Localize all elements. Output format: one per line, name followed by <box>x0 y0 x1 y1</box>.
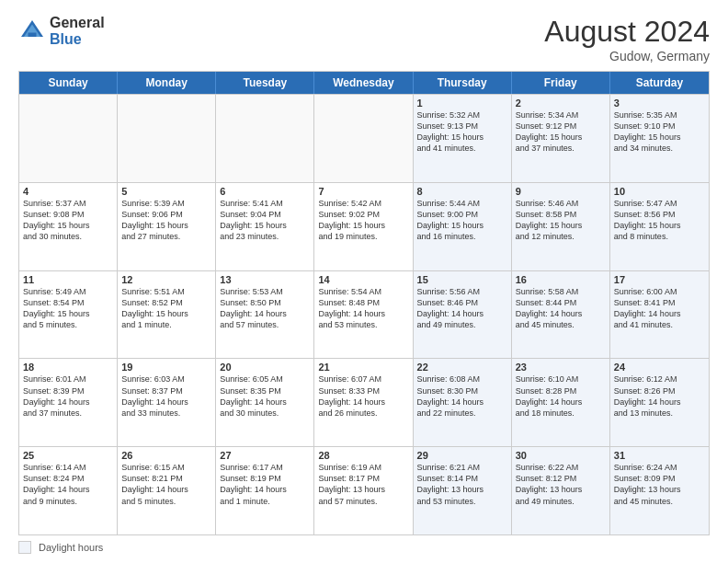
day-number: 5 <box>121 186 211 197</box>
calendar-week-4: 18Sunrise: 6:01 AM Sunset: 8:39 PM Dayli… <box>19 358 709 446</box>
day-cell-17: 17Sunrise: 6:00 AM Sunset: 8:41 PM Dayli… <box>610 271 709 359</box>
day-info: Sunrise: 6:19 AM Sunset: 8:17 PM Dayligh… <box>318 462 408 507</box>
day-number: 29 <box>417 450 507 461</box>
footer: Daylight hours <box>18 541 710 554</box>
day-number: 6 <box>220 186 310 197</box>
legend-box <box>18 541 31 554</box>
day-info: Sunrise: 5:42 AM Sunset: 9:02 PM Dayligh… <box>318 198 408 243</box>
day-header-wednesday: Wednesday <box>314 72 413 94</box>
day-header-monday: Monday <box>118 72 216 94</box>
day-number: 28 <box>318 450 408 461</box>
day-info: Sunrise: 5:54 AM Sunset: 8:48 PM Dayligh… <box>318 286 408 331</box>
day-number: 7 <box>318 186 408 197</box>
calendar-week-2: 4Sunrise: 5:37 AM Sunset: 9:08 PM Daylig… <box>19 182 709 270</box>
day-number: 26 <box>121 450 211 461</box>
page-header: General Blue August 2024 Gudow, Germany <box>18 15 710 63</box>
day-info: Sunrise: 5:32 AM Sunset: 9:13 PM Dayligh… <box>417 109 507 155</box>
day-number: 12 <box>121 274 211 285</box>
day-header-thursday: Thursday <box>414 72 512 94</box>
day-cell-8: 8Sunrise: 5:44 AM Sunset: 9:00 PM Daylig… <box>414 183 512 270</box>
day-cell-10: 10Sunrise: 5:47 AM Sunset: 8:56 PM Dayli… <box>610 183 709 270</box>
day-number: 1 <box>417 98 507 109</box>
calendar-body: 1Sunrise: 5:32 AM Sunset: 9:13 PM Daylig… <box>19 94 709 534</box>
day-info: Sunrise: 6:22 AM Sunset: 8:12 PM Dayligh… <box>516 462 606 507</box>
day-info: Sunrise: 6:00 AM Sunset: 8:41 PM Dayligh… <box>614 286 705 331</box>
day-info: Sunrise: 6:17 AM Sunset: 8:19 PM Dayligh… <box>220 462 310 507</box>
day-info: Sunrise: 5:46 AM Sunset: 8:58 PM Dayligh… <box>516 198 606 243</box>
calendar-header: SundayMondayTuesdayWednesdayThursdayFrid… <box>19 72 709 94</box>
day-header-sunday: Sunday <box>19 72 118 94</box>
day-number: 15 <box>417 274 507 285</box>
day-number: 23 <box>516 362 606 373</box>
day-cell-26: 26Sunrise: 6:15 AM Sunset: 8:21 PM Dayli… <box>118 447 216 534</box>
day-info: Sunrise: 5:51 AM Sunset: 8:52 PM Dayligh… <box>121 286 211 331</box>
svg-rect-2 <box>28 32 37 37</box>
title-section: August 2024 Gudow, Germany <box>544 15 710 63</box>
day-info: Sunrise: 5:56 AM Sunset: 8:46 PM Dayligh… <box>417 286 507 331</box>
day-info: Sunrise: 5:37 AM Sunset: 9:08 PM Dayligh… <box>23 198 113 243</box>
day-cell-30: 30Sunrise: 6:22 AM Sunset: 8:12 PM Dayli… <box>512 447 610 534</box>
day-number: 11 <box>23 274 113 285</box>
logo: General Blue <box>18 15 105 47</box>
day-cell-empty <box>118 95 216 182</box>
day-info: Sunrise: 6:07 AM Sunset: 8:33 PM Dayligh… <box>318 373 408 419</box>
calendar: SundayMondayTuesdayWednesdayThursdayFrid… <box>18 71 710 535</box>
day-cell-7: 7Sunrise: 5:42 AM Sunset: 9:02 PM Daylig… <box>314 183 413 270</box>
day-header-tuesday: Tuesday <box>216 72 314 94</box>
day-cell-2: 2Sunrise: 5:34 AM Sunset: 9:12 PM Daylig… <box>512 95 610 182</box>
day-number: 25 <box>23 450 113 461</box>
day-number: 20 <box>220 362 310 373</box>
day-cell-12: 12Sunrise: 5:51 AM Sunset: 8:52 PM Dayli… <box>118 271 216 359</box>
day-info: Sunrise: 5:58 AM Sunset: 8:44 PM Dayligh… <box>516 286 606 331</box>
day-info: Sunrise: 6:03 AM Sunset: 8:37 PM Dayligh… <box>121 373 211 419</box>
day-number: 9 <box>516 186 606 197</box>
day-number: 30 <box>516 450 606 461</box>
day-info: Sunrise: 5:53 AM Sunset: 8:50 PM Dayligh… <box>220 286 310 331</box>
day-info: Sunrise: 5:44 AM Sunset: 9:00 PM Dayligh… <box>417 198 507 243</box>
day-cell-29: 29Sunrise: 6:21 AM Sunset: 8:14 PM Dayli… <box>414 447 512 534</box>
day-info: Sunrise: 6:05 AM Sunset: 8:35 PM Dayligh… <box>220 373 310 419</box>
day-number: 22 <box>417 362 507 373</box>
day-number: 10 <box>614 186 705 197</box>
day-number: 31 <box>614 450 705 461</box>
day-cell-3: 3Sunrise: 5:35 AM Sunset: 9:10 PM Daylig… <box>610 95 709 182</box>
day-cell-9: 9Sunrise: 5:46 AM Sunset: 8:58 PM Daylig… <box>512 183 610 270</box>
day-info: Sunrise: 5:34 AM Sunset: 9:12 PM Dayligh… <box>516 109 606 155</box>
month-title: August 2024 <box>544 15 710 49</box>
day-cell-13: 13Sunrise: 5:53 AM Sunset: 8:50 PM Dayli… <box>216 271 314 359</box>
day-number: 16 <box>516 274 606 285</box>
day-cell-22: 22Sunrise: 6:08 AM Sunset: 8:30 PM Dayli… <box>414 359 512 446</box>
day-info: Sunrise: 6:08 AM Sunset: 8:30 PM Dayligh… <box>417 373 507 419</box>
day-cell-31: 31Sunrise: 6:24 AM Sunset: 8:09 PM Dayli… <box>610 447 709 534</box>
day-cell-5: 5Sunrise: 5:39 AM Sunset: 9:06 PM Daylig… <box>118 183 216 270</box>
day-info: Sunrise: 5:39 AM Sunset: 9:06 PM Dayligh… <box>121 198 211 243</box>
day-header-saturday: Saturday <box>610 72 709 94</box>
day-cell-1: 1Sunrise: 5:32 AM Sunset: 9:13 PM Daylig… <box>414 95 512 182</box>
day-number: 14 <box>318 274 408 285</box>
day-cell-27: 27Sunrise: 6:17 AM Sunset: 8:19 PM Dayli… <box>216 447 314 534</box>
day-number: 17 <box>614 274 705 285</box>
day-info: Sunrise: 6:01 AM Sunset: 8:39 PM Dayligh… <box>23 373 113 419</box>
day-cell-4: 4Sunrise: 5:37 AM Sunset: 9:08 PM Daylig… <box>19 183 118 270</box>
day-cell-16: 16Sunrise: 5:58 AM Sunset: 8:44 PM Dayli… <box>512 271 610 359</box>
day-cell-20: 20Sunrise: 6:05 AM Sunset: 8:35 PM Dayli… <box>216 359 314 446</box>
day-cell-18: 18Sunrise: 6:01 AM Sunset: 8:39 PM Dayli… <box>19 359 118 446</box>
location: Gudow, Germany <box>544 49 710 63</box>
calendar-week-3: 11Sunrise: 5:49 AM Sunset: 8:54 PM Dayli… <box>19 270 709 359</box>
day-number: 13 <box>220 274 310 285</box>
day-cell-21: 21Sunrise: 6:07 AM Sunset: 8:33 PM Dayli… <box>314 359 413 446</box>
day-cell-14: 14Sunrise: 5:54 AM Sunset: 8:48 PM Dayli… <box>314 271 413 359</box>
day-cell-28: 28Sunrise: 6:19 AM Sunset: 8:17 PM Dayli… <box>314 447 413 534</box>
day-cell-11: 11Sunrise: 5:49 AM Sunset: 8:54 PM Dayli… <box>19 271 118 359</box>
logo-blue: Blue <box>50 31 105 48</box>
day-info: Sunrise: 6:15 AM Sunset: 8:21 PM Dayligh… <box>121 462 211 507</box>
day-number: 2 <box>516 98 606 109</box>
day-number: 4 <box>23 186 113 197</box>
day-info: Sunrise: 6:12 AM Sunset: 8:26 PM Dayligh… <box>614 373 705 419</box>
logo-text: General Blue <box>50 15 105 47</box>
day-info: Sunrise: 5:35 AM Sunset: 9:10 PM Dayligh… <box>614 109 705 155</box>
day-number: 3 <box>614 98 705 109</box>
day-info: Sunrise: 6:21 AM Sunset: 8:14 PM Dayligh… <box>417 462 507 507</box>
day-cell-15: 15Sunrise: 5:56 AM Sunset: 8:46 PM Dayli… <box>414 271 512 359</box>
logo-icon <box>18 17 46 45</box>
